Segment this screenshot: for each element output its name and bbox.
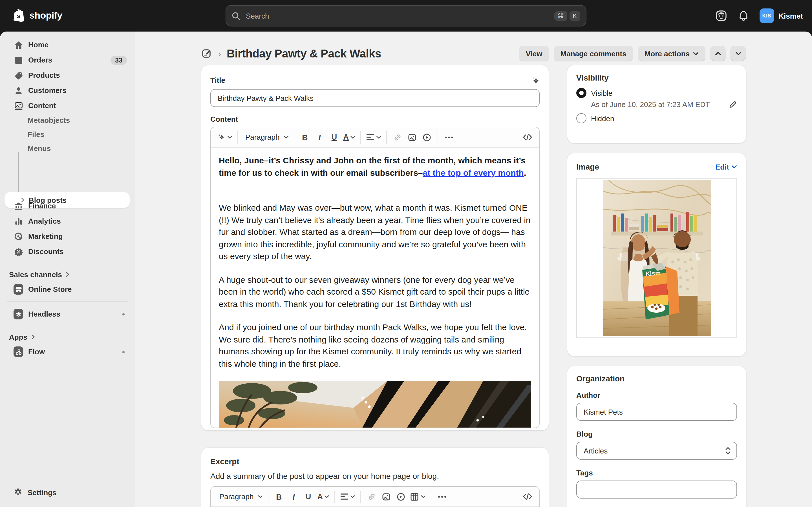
sidebar-item-headless[interactable]: Headless — [0, 306, 135, 322]
embedded-content-photo[interactable] — [219, 381, 531, 428]
featured-photo: Kism — [603, 180, 711, 336]
topbar-right: KIS Kismet — [715, 0, 803, 32]
global-search[interactable]: ⌘ K — [225, 5, 587, 26]
sidebar-item-content[interactable]: Content — [0, 98, 135, 113]
shopify-logo[interactable]: S shopify — [12, 8, 62, 23]
hidden-radio-row[interactable]: Hidden — [576, 113, 737, 123]
blog-label: Blog — [576, 430, 737, 438]
content-label: Content — [210, 115, 540, 123]
paragraph: A huge shout-out to our seven giveaway w… — [219, 274, 531, 310]
author-input[interactable] — [576, 403, 737, 421]
sidebar-item-products[interactable]: Products — [0, 68, 135, 83]
paragraph-style-dropdown[interactable]: Paragraph — [241, 130, 290, 145]
radio-unselected[interactable] — [576, 113, 587, 123]
link-button[interactable] — [391, 130, 405, 145]
italic-button[interactable]: I — [286, 489, 301, 504]
more-formatting-button[interactable] — [435, 489, 450, 504]
ai-sparkle-button[interactable] — [215, 130, 234, 145]
notifications-bell-icon[interactable] — [737, 10, 749, 22]
sidebar-item-orders[interactable]: Orders 33 — [0, 52, 135, 68]
excerpt-description: Add a summary of the post to appear on y… — [210, 471, 540, 481]
sidebar-item-analytics[interactable]: Analytics — [0, 214, 135, 229]
sidebar-item-label: Products — [28, 71, 60, 79]
blog-select[interactable]: Articles — [576, 442, 737, 460]
link-button[interactable] — [364, 489, 379, 504]
insert-video-button[interactable] — [420, 130, 435, 145]
insert-image-button[interactable] — [379, 489, 394, 504]
featured-image-frame[interactable]: Kism — [576, 178, 737, 338]
svg-text:Kism: Kism — [645, 269, 661, 277]
target-cursor-icon — [13, 231, 23, 241]
sidebar-item-customers[interactable]: Customers — [0, 83, 135, 98]
chevron-down-icon — [350, 135, 356, 139]
sidekick-icon[interactable] — [715, 10, 727, 22]
tag-icon — [13, 70, 23, 80]
tags-input[interactable] — [576, 481, 737, 499]
radio-selected[interactable] — [576, 88, 587, 98]
chevron-down-icon — [731, 165, 737, 169]
status-dot — [122, 351, 124, 353]
content-columns: Title Content — [201, 65, 746, 507]
text-color-button[interactable]: A — [315, 489, 331, 504]
next-post-button[interactable] — [730, 46, 746, 61]
orders-icon — [13, 55, 23, 65]
magic-sparkle-icon[interactable] — [530, 75, 540, 85]
breadcrumb-chevron: › — [218, 49, 221, 58]
sidebar-item-finance[interactable]: Finance — [0, 198, 135, 214]
body-link[interactable]: at the top of every month — [423, 168, 524, 177]
insert-image-button[interactable] — [405, 130, 420, 145]
manage-comments-button[interactable]: Manage comments — [554, 46, 633, 61]
store-menu[interactable]: KIS Kismet — [759, 8, 803, 23]
sidebar: Home Orders 33 Products — [0, 32, 135, 507]
visible-radio-row[interactable]: Visible — [576, 88, 737, 98]
previous-post-button[interactable] — [710, 46, 726, 61]
excerpt-editor: Paragraph B I U A — [210, 486, 540, 507]
content-icon — [13, 101, 23, 110]
blog-post-compose-icon[interactable] — [201, 48, 213, 59]
sidebar-item-settings[interactable]: Settings — [0, 485, 135, 500]
main-content: › Birthday Pawty & Pack Walks View Manag… — [135, 32, 812, 507]
breadcrumb: › Birthday Pawty & Pack Walks — [201, 47, 381, 60]
sidebar-item-files[interactable]: Files — [0, 127, 135, 142]
bold-button[interactable]: B — [271, 489, 286, 504]
excerpt-card: Excerpt Add a summary of the post to app… — [201, 448, 549, 507]
page-actions: View Manage comments More actions — [519, 46, 746, 61]
sidebar-item-marketing[interactable]: Marketing — [0, 229, 135, 244]
alignment-button[interactable] — [339, 489, 357, 504]
more-actions-button[interactable]: More actions — [638, 46, 705, 61]
alignment-button[interactable] — [364, 130, 383, 145]
sales-channels-header[interactable]: Sales channels — [0, 267, 135, 282]
flow-app-icon — [13, 347, 23, 356]
text-color-button[interactable]: A — [342, 130, 357, 145]
edit-date-pencil-icon[interactable] — [728, 100, 737, 109]
chevron-up-icon — [715, 51, 721, 56]
app-body: Home Orders 33 Products — [0, 32, 812, 507]
organization-heading: Organization — [576, 374, 737, 383]
apps-header[interactable]: Apps — [0, 330, 135, 344]
sidebar-item-home[interactable]: Home — [0, 37, 135, 52]
search-input[interactable] — [245, 11, 552, 20]
code-view-button[interactable] — [520, 130, 535, 145]
insert-table-button[interactable] — [409, 489, 428, 504]
code-view-button[interactable] — [520, 489, 535, 504]
rich-text-editor: Paragraph B I U A — [210, 127, 540, 428]
organization-card: Organization Author Blog Articles Tags — [567, 366, 746, 507]
post-body-editor[interactable]: Hello, June–it’s Chrissy and John on the… — [211, 148, 539, 428]
paragraph-style-dropdown[interactable]: Paragraph — [215, 489, 264, 504]
view-button[interactable]: View — [519, 46, 549, 61]
italic-button[interactable]: I — [312, 130, 327, 145]
sidebar-item-metaobjects[interactable]: Metaobjects — [0, 113, 135, 127]
sidebar-item-flow[interactable]: Flow — [0, 344, 135, 359]
person-icon — [13, 86, 23, 95]
underline-button[interactable]: U — [301, 489, 315, 504]
insert-video-button[interactable] — [394, 489, 409, 504]
sidebar-item-online-store[interactable]: Online Store — [0, 282, 135, 297]
sidebar-item-discounts[interactable]: Discounts — [0, 244, 135, 259]
underline-button[interactable]: U — [327, 130, 342, 145]
bold-button[interactable]: B — [297, 130, 312, 145]
featured-image-card: Image Edit — [567, 153, 746, 356]
post-title-input[interactable] — [210, 89, 540, 107]
home-icon — [13, 40, 23, 50]
image-edit-dropdown[interactable]: Edit — [715, 163, 737, 171]
more-formatting-button[interactable] — [442, 130, 456, 145]
